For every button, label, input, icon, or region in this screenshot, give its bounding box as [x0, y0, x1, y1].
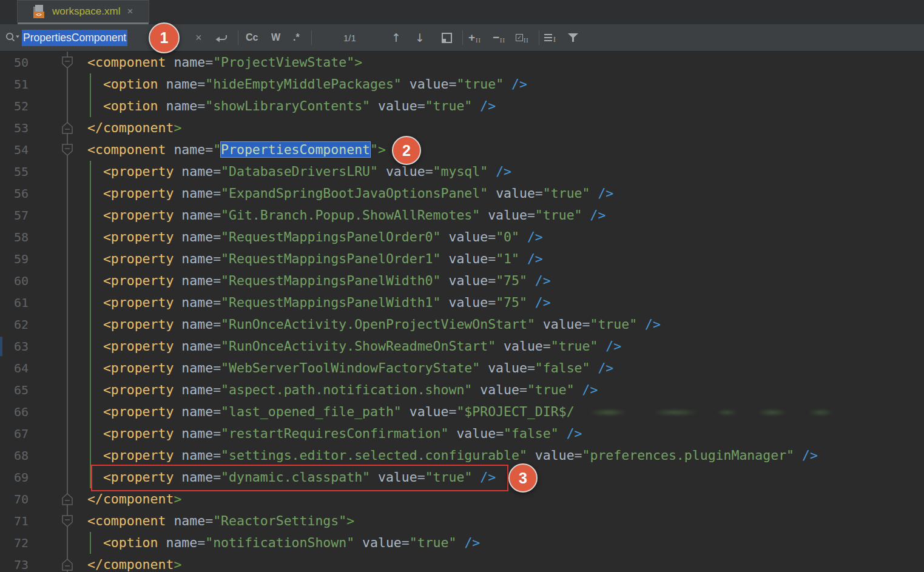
line-number: 70 — [0, 488, 29, 510]
code-text[interactable]: <component name="PropertiesComponent"> — [87, 139, 386, 161]
close-tab-icon[interactable]: × — [126, 5, 134, 18]
fold-region-line — [67, 423, 68, 445]
fold-region-line — [67, 445, 68, 466]
xml-file-icon: <> — [33, 5, 47, 18]
line-number: 68 — [0, 445, 29, 466]
code-text[interactable]: <property name="Git.Branch.Popup.ShowAll… — [87, 204, 605, 226]
regex-toggle[interactable]: .* — [293, 24, 300, 51]
code-text[interactable]: <property name="ExpandSpringBootJavaOpti… — [87, 183, 613, 204]
code-line[interactable]: 51 <option name="hideEmptyMiddlePackages… — [0, 73, 924, 95]
code-line[interactable]: 73</component> — [0, 554, 924, 572]
code-text[interactable]: <option name="showLibraryContents" value… — [87, 95, 496, 117]
code-line[interactable]: 72 <option name="notificationShown" valu… — [0, 532, 924, 554]
code-text[interactable]: <option name="notificationShown" value="… — [87, 532, 480, 554]
fold-collapse-icon[interactable] — [61, 56, 73, 69]
filter-search-results-icon[interactable] — [568, 24, 578, 51]
code-text[interactable]: <property name="restartRequiresConfirmat… — [87, 423, 582, 445]
fold-end-icon[interactable] — [61, 121, 73, 135]
code-text[interactable]: </component> — [87, 554, 181, 572]
code-line[interactable]: 63 <property name="RunOnceActivity.ShowR… — [0, 335, 924, 357]
clear-search-icon[interactable]: × — [195, 24, 202, 51]
open-in-find-window-icon[interactable] — [442, 24, 452, 51]
editor-tab-bar: <> workspace.xml × — [0, 0, 924, 24]
code-line[interactable]: 66 <property name="last_opened_file_path… — [0, 401, 924, 423]
code-line[interactable]: 65 <property name="aspect.path.notificat… — [0, 379, 924, 401]
code-text[interactable]: <property name="RunOnceActivity.OpenProj… — [87, 314, 661, 335]
match-counter: 1/1 — [343, 24, 356, 51]
code-text[interactable]: <property name="RequestMappingsPanelOrde… — [87, 226, 543, 248]
search-icon[interactable] — [5, 24, 21, 51]
code-text[interactable]: <property name="RequestMappingsPanelWidt… — [87, 292, 551, 314]
fold-region-line — [67, 73, 68, 95]
newline-icon[interactable] — [214, 24, 230, 51]
code-line[interactable]: 71<component name="ReactorSettings"> — [0, 510, 924, 532]
toolbar-separator — [238, 30, 238, 45]
tab-workspace-xml[interactable]: <> workspace.xml × — [17, 0, 149, 22]
fold-region-line — [67, 248, 68, 270]
code-text[interactable]: <property name="last_opened_file_path" v… — [87, 401, 839, 423]
code-line[interactable]: 59 <property name="RequestMappingsPanelO… — [0, 248, 924, 270]
code-line[interactable]: 56 <property name="ExpandSpringBootJavaO… — [0, 183, 924, 204]
code-text[interactable]: <property name="aspect.path.notification… — [87, 379, 598, 401]
search-match-highlight: PropertiesComponent — [221, 142, 370, 157]
code-text[interactable]: <property name="WebServerToolWindowFacto… — [87, 357, 613, 379]
fold-collapse-icon[interactable] — [61, 514, 73, 528]
line-number: 64 — [0, 357, 29, 379]
code-text[interactable]: <option name="hideEmptyMiddlePackages" v… — [87, 73, 527, 95]
code-text[interactable]: <component name="ReactorSettings"> — [87, 510, 354, 532]
code-line[interactable]: 55 <property name="DatabaseDriversLRU" v… — [0, 161, 924, 183]
code-line[interactable]: 62 <property name="RunOnceActivity.OpenP… — [0, 314, 924, 335]
annotation-badge-3: 3 — [508, 463, 538, 493]
code-line[interactable]: 52 <option name="showLibraryContents" va… — [0, 95, 924, 117]
fold-end-icon[interactable] — [61, 558, 73, 571]
code-line[interactable]: 50<component name="ProjectViewState"> — [0, 52, 924, 73]
toolbar-separator — [539, 30, 539, 45]
line-number: 51 — [0, 73, 29, 95]
code-line[interactable]: 58 <property name="RequestMappingsPanelO… — [0, 226, 924, 248]
code-line[interactable]: 64 <property name="WebServerToolWindowFa… — [0, 357, 924, 379]
line-number: 73 — [0, 554, 29, 572]
next-occurrence-icon[interactable]: ↓ — [415, 24, 425, 51]
code-text[interactable]: <component name="ProjectViewState"> — [87, 52, 362, 73]
line-number: 67 — [0, 423, 29, 445]
words-toggle[interactable]: W — [271, 24, 280, 51]
code-line[interactable]: 61 <property name="RequestMappingsPanelW… — [0, 292, 924, 314]
code-line[interactable]: 70</component> — [0, 488, 924, 510]
code-text[interactable]: <property name="RequestMappingsPanelWidt… — [87, 270, 551, 292]
line-number: 71 — [0, 510, 29, 532]
code-editor[interactable]: 50<component name="ProjectViewState">51 … — [0, 52, 924, 572]
add-occurrence-icon[interactable]: +II — [468, 24, 481, 51]
code-line[interactable]: 67 <property name="restartRequiresConfir… — [0, 423, 924, 445]
match-case-toggle[interactable]: Cc — [246, 24, 258, 51]
line-number: 69 — [0, 466, 29, 488]
code-text[interactable]: </component> — [87, 117, 181, 139]
select-all-occurrences-icon[interactable]: ✓II — [516, 24, 529, 51]
fold-collapse-icon[interactable] — [61, 143, 73, 156]
toolbar-separator — [462, 30, 463, 45]
remove-occurrence-icon[interactable]: −II — [493, 24, 505, 51]
code-line[interactable]: 69 <property name="dynamic.classpath" va… — [0, 466, 924, 488]
line-number: 66 — [0, 401, 29, 423]
fold-region-line — [67, 161, 68, 183]
multiline-search-icon[interactable]: I — [544, 24, 556, 51]
line-number: 56 — [0, 183, 29, 204]
xml-file-icon-glyph: <> — [33, 12, 44, 18]
code-line[interactable]: 54<component name="PropertiesComponent">… — [0, 139, 924, 161]
search-input[interactable]: PropertiesComponent — [22, 24, 127, 51]
code-line[interactable]: 53</component> — [0, 117, 924, 139]
line-number: 54 — [0, 139, 29, 161]
code-line[interactable]: 60 <property name="RequestMappingsPanelW… — [0, 270, 924, 292]
line-number: 52 — [0, 95, 29, 117]
fold-end-icon[interactable] — [61, 493, 73, 506]
fold-region-line — [67, 532, 68, 554]
fold-region-line — [67, 466, 68, 488]
code-text[interactable]: <property name="RequestMappingsPanelOrde… — [87, 248, 543, 270]
find-toolbar: PropertiesComponent × Cc W .* 1/1 ↑ ↓ +I… — [0, 24, 924, 52]
code-text[interactable]: <property name="settings.editor.selected… — [87, 445, 818, 466]
code-text[interactable]: </component> — [87, 488, 181, 510]
previous-occurrence-icon[interactable]: ↑ — [391, 24, 401, 51]
code-text[interactable]: <property name="DatabaseDriversLRU" valu… — [87, 161, 511, 183]
code-text[interactable]: <property name="RunOnceActivity.ShowRead… — [87, 335, 621, 357]
code-line[interactable]: 68 <property name="settings.editor.selec… — [0, 445, 924, 466]
code-line[interactable]: 57 <property name="Git.Branch.Popup.Show… — [0, 204, 924, 226]
